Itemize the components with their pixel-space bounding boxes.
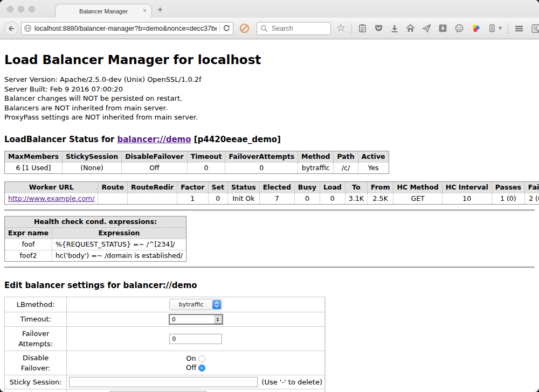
disable-failover-on-radio[interactable] bbox=[198, 355, 205, 362]
toolbar-separator bbox=[508, 23, 508, 34]
cell-expr-name: foof2 bbox=[5, 250, 52, 261]
page-title: Load Balancer Manager for localhost bbox=[4, 53, 535, 67]
status-heading-prefix: LoadBalancer Status for bbox=[4, 135, 117, 144]
col-factor: Factor bbox=[177, 181, 208, 193]
col-from: From bbox=[367, 181, 393, 193]
cell-disablefailover: Off bbox=[122, 162, 187, 173]
feedback-smiley-icon[interactable] bbox=[454, 24, 464, 33]
chevron-down-icon[interactable]: ▼ bbox=[499, 26, 502, 31]
status-heading-suffix: [p4420eeae_demo] bbox=[191, 135, 281, 144]
server-built: Server Built: Feb 9 2016 07:00:20 bbox=[4, 85, 535, 94]
col-elected: Elected bbox=[259, 181, 294, 193]
block-content-icon[interactable] bbox=[239, 23, 250, 33]
archive-extension-icon[interactable] bbox=[488, 24, 496, 33]
back-button[interactable] bbox=[4, 22, 18, 36]
health-table-title: Health check cond. expressions: bbox=[5, 216, 186, 227]
worker-table: Worker URL Route RouteRedir Factor Set S… bbox=[4, 181, 539, 205]
number-stepper-icon[interactable] bbox=[215, 316, 222, 324]
form-row-add-worker: Add New Worker: Are you sure? bbox=[5, 389, 325, 392]
col-disablefailover: DisableFailover bbox=[122, 151, 187, 162]
cell-path: /c/ bbox=[334, 162, 358, 173]
menu-icon[interactable] bbox=[514, 24, 524, 33]
downloads-icon[interactable] bbox=[390, 24, 399, 33]
lbmethod-select[interactable]: bytraffic bbox=[169, 299, 222, 310]
table-header-row: Expr name Expression bbox=[5, 227, 186, 239]
cell-timeout: 0 bbox=[187, 162, 225, 173]
colors-extension-icon[interactable] bbox=[471, 24, 481, 33]
balancer-status-table: MaxMembers StickySession DisableFailover… bbox=[4, 151, 389, 174]
table-header-row: MaxMembers StickySession DisableFailover… bbox=[5, 151, 389, 162]
zoom-window-button[interactable] bbox=[29, 6, 35, 12]
cell-method: bytraffic bbox=[298, 162, 334, 173]
col-failoverattempts: FailoverAttempts bbox=[225, 151, 298, 162]
close-tab-icon[interactable]: × bbox=[143, 8, 147, 14]
cell-busy: 0 bbox=[294, 193, 320, 204]
notice-proxypass: ProxyPass settings are NOT inherited fro… bbox=[4, 113, 535, 122]
url-separator bbox=[219, 24, 220, 33]
sticky-session-hint: (Use '-' to delete) bbox=[261, 377, 322, 387]
col-expression: Expression bbox=[52, 227, 186, 239]
expr-row: foof %{REQUEST_STATUS} =~ /^[234]/ bbox=[5, 239, 186, 250]
failover-attempts-input[interactable] bbox=[169, 334, 222, 344]
form-row-disable-failover: Disable Failover: On Off bbox=[5, 351, 325, 375]
cell-stickysession: (None) bbox=[62, 162, 121, 173]
bookmark-star-icon[interactable]: ☆ bbox=[336, 23, 345, 33]
notice-balancers: Balancers are NOT inherited from main se… bbox=[4, 103, 535, 113]
col-hc-method: HC Method bbox=[393, 181, 442, 193]
radio-on-label: On bbox=[186, 354, 196, 362]
reload-icon[interactable] bbox=[223, 24, 231, 32]
url-text[interactable]: localhost:8880/balancer-manager?b=demo&n… bbox=[34, 25, 217, 32]
disable-failover-label: Disable Failover: bbox=[5, 351, 67, 375]
cell-passes: 1 (0) bbox=[492, 193, 524, 204]
worker-url-link[interactable]: http://www.example.com/ bbox=[8, 194, 94, 202]
navigation-toolbar: localhost:8880/balancer-manager?b=demo&n… bbox=[0, 18, 539, 39]
disable-failover-off-radio[interactable] bbox=[198, 365, 205, 372]
search-bar[interactable] bbox=[257, 22, 331, 35]
loadbalancer-status-heading: LoadBalancer Status for balancer://demo … bbox=[4, 135, 535, 144]
tab-groups-icon[interactable] bbox=[531, 24, 539, 33]
download-panel-icon[interactable] bbox=[438, 24, 447, 33]
cell-expression: hc('body') =~ /domain is established/ bbox=[52, 250, 186, 261]
minimize-window-button[interactable] bbox=[18, 6, 24, 12]
cell-active: Yes bbox=[358, 162, 389, 173]
cell-to: 3.1K bbox=[345, 193, 367, 204]
home-icon[interactable] bbox=[406, 24, 415, 33]
form-row-sticky-session: Sticky Session: (Use '-' to delete) bbox=[5, 375, 325, 389]
close-window-button[interactable] bbox=[7, 6, 13, 12]
divider bbox=[4, 267, 535, 268]
col-to: To bbox=[345, 181, 367, 193]
col-method: Method bbox=[298, 151, 334, 162]
form-row-timeout: Timeout: bbox=[5, 312, 325, 327]
select-stepper-icon bbox=[212, 300, 221, 309]
balancer-demo-link[interactable]: balancer://demo bbox=[117, 135, 191, 144]
lbmethod-selected-value: bytraffic bbox=[170, 299, 212, 310]
pocket-icon[interactable] bbox=[374, 24, 383, 33]
col-stickysession: StickySession bbox=[62, 151, 121, 162]
col-active: Active bbox=[358, 151, 389, 162]
table-header-row: Worker URL Route RouteRedir Factor Set S… bbox=[5, 181, 539, 193]
tab-balancer-manager[interactable]: Balancer Manager × bbox=[55, 4, 152, 18]
radio-off-label: Off bbox=[186, 363, 196, 372]
col-set: Set bbox=[208, 181, 227, 193]
sticky-session-label: Sticky Session: bbox=[5, 375, 67, 389]
server-info: Server Version: Apache/2.5.0-dev (Unix) … bbox=[4, 75, 535, 122]
bookmarks-clipboard-icon[interactable] bbox=[358, 24, 367, 33]
new-tab-button[interactable]: + bbox=[157, 4, 163, 15]
sticky-session-input[interactable] bbox=[69, 377, 258, 387]
url-bar[interactable]: localhost:8880/balancer-manager?b=demo&n… bbox=[21, 22, 233, 35]
edit-balancer-heading: Edit balancer settings for balancer://de… bbox=[4, 281, 535, 290]
col-load: Load bbox=[320, 181, 345, 193]
cell-load: 0 bbox=[320, 193, 345, 204]
expr-row: foof2 hc('body') =~ /domain is establish… bbox=[5, 250, 186, 261]
cell-hc-method: GET bbox=[393, 193, 442, 204]
tab-bar: Balancer Manager × + bbox=[0, 0, 539, 18]
col-maxmembers: MaxMembers bbox=[5, 151, 63, 162]
col-timeout: Timeout bbox=[187, 151, 225, 162]
cell-worker-url: http://www.example.com/ bbox=[5, 193, 98, 204]
col-passes: Passes bbox=[492, 181, 524, 193]
globe-icon bbox=[24, 24, 32, 32]
cell-from: 2.5K bbox=[367, 193, 393, 204]
col-route: Route bbox=[98, 181, 128, 193]
search-input[interactable] bbox=[271, 24, 327, 33]
send-plane-icon[interactable] bbox=[422, 24, 431, 33]
